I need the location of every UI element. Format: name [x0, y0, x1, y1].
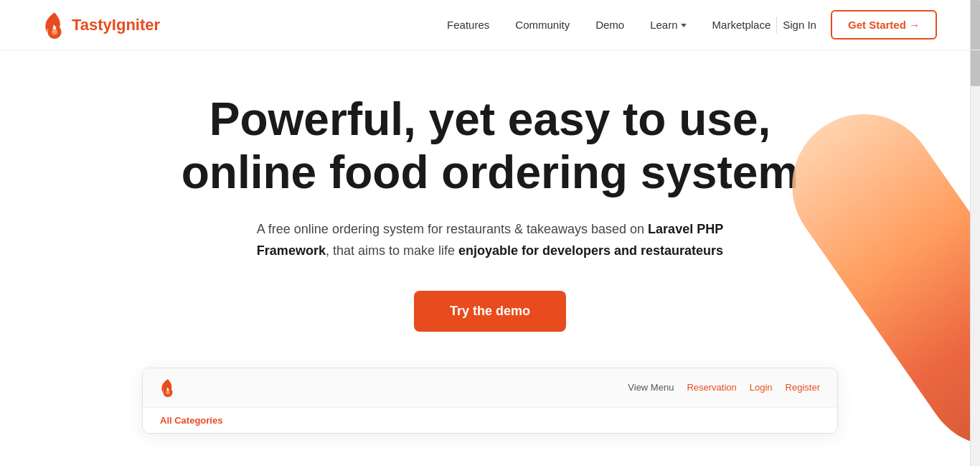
- signin-link[interactable]: Sign In: [783, 19, 816, 31]
- preview-nav-links: View Menu Reservation Login Register: [628, 382, 820, 393]
- hero-subtitle: A free online ordering system for restau…: [246, 219, 734, 261]
- preview-categories-row: All Categories: [143, 408, 837, 433]
- preview-all-categories[interactable]: All Categories: [160, 415, 222, 426]
- preview-login[interactable]: Login: [750, 382, 773, 393]
- preview-flame-icon: [160, 378, 176, 397]
- logo-flame-icon: [43, 11, 66, 39]
- preview-register[interactable]: Register: [786, 382, 820, 393]
- nav-features[interactable]: Features: [447, 19, 489, 31]
- nav-divider: [776, 17, 777, 34]
- nav-demo[interactable]: Demo: [595, 19, 624, 31]
- logo-link[interactable]: TastyIgniter: [43, 11, 160, 39]
- scrollbar[interactable]: [970, 0, 980, 466]
- nav-community[interactable]: Community: [515, 19, 570, 31]
- svg-point-1: [166, 390, 169, 393]
- preview-reservation[interactable]: Reservation: [687, 382, 736, 393]
- logo-text: TastyIgniter: [72, 16, 160, 34]
- navbar: TastyIgniter Features Community Demo Lea…: [0, 0, 980, 50]
- chevron-down-icon: [681, 24, 687, 27]
- nav-learn[interactable]: Learn: [650, 19, 686, 31]
- hero-section: Powerful, yet easy to use, online food o…: [0, 50, 980, 462]
- nav-links: Features Community Demo Learn Marketplac…: [447, 19, 771, 32]
- preview-card-header: View Menu Reservation Login Register: [143, 368, 837, 408]
- nav-marketplace[interactable]: Marketplace: [712, 19, 771, 31]
- preview-card: View Menu Reservation Login Register All…: [142, 368, 838, 434]
- svg-point-0: [52, 29, 57, 34]
- hero-title: Powerful, yet easy to use, online food o…: [167, 93, 813, 199]
- try-demo-button[interactable]: Try the demo: [414, 291, 566, 332]
- preview-view-menu[interactable]: View Menu: [628, 382, 674, 393]
- get-started-button[interactable]: Get Started →: [831, 10, 937, 39]
- preview-logo-area: [160, 378, 176, 397]
